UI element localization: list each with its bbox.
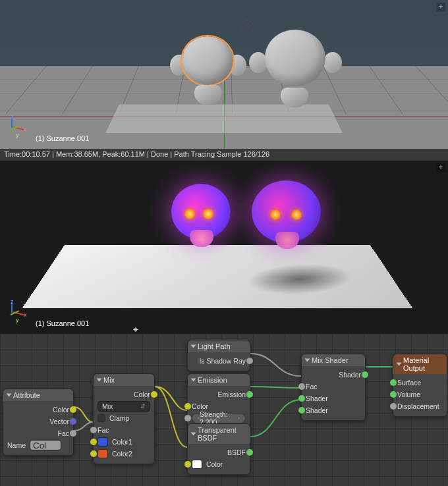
socket-in-color2[interactable] [90,450,97,457]
mouse-cursor-icon: ⌖ [133,324,138,334]
socket-out-bsdf[interactable] [246,449,253,456]
node-mix-rgb[interactable]: Mix Color Mix⇵ Clamp Fac Color1 Color2 [93,373,155,464]
collapse-icon[interactable] [7,394,12,397]
axis-gizmo: zxy [9,117,29,137]
socket-in-shader1[interactable] [298,395,305,402]
expand-toolbar-icon-render[interactable]: + [436,163,445,173]
node-header[interactable]: Attribute [3,389,73,401]
active-object-label: (1) Suzanne.001 [36,134,89,142]
node-title: Light Path [198,342,231,350]
socket-in-displacement[interactable] [390,403,397,410]
clamp-checkbox[interactable] [98,414,105,422]
socket-label: Volume [397,391,420,398]
collapse-icon[interactable] [191,379,196,382]
node-title: Attribute [13,391,40,399]
socket-label: Color1 [112,438,132,446]
node-transparent-bsdf[interactable]: Transparent BSDF BSDF Color [187,423,250,475]
render-suzanne-1 [171,184,231,240]
socket-out-is-shadow-ray[interactable] [246,358,253,364]
socket-in-color[interactable] [184,403,191,410]
render-status-bar: Time:00:10.57 | Mem:38.65M, Peak:60.11M … [0,149,448,161]
node-title: Transparent BSDF [198,426,246,442]
node-title: Material Output [403,356,443,372]
socket-out-emission[interactable] [246,391,253,398]
socket-label: Shader [306,394,328,402]
node-title: Mix Shader [312,356,349,364]
socket-label: Is Shadow Ray [199,357,246,365]
node-title: Emission [198,376,227,384]
color-swatch[interactable] [192,460,202,469]
node-material-output[interactable]: Material Output Surface Volume Displacem… [393,354,447,417]
checkbox-label: Clamp [109,414,129,422]
socket-out-color[interactable] [151,391,157,398]
socket-label: BSDF [227,448,246,456]
shadow [235,263,365,296]
strength-field[interactable]: ‹Strength: 2.200› [192,413,246,423]
viewport-3d[interactable]: zxy (1) Suzanne.001 + [0,0,448,149]
node-light-path[interactable]: Light Path Is Shadow Ray [187,340,250,371]
node-title: Mix [103,376,115,384]
socket-out-vector[interactable] [70,418,76,425]
blend-mode-select[interactable]: Mix⇵ [98,401,150,412]
render-suzanne-2 [252,180,321,243]
select-value: Mix [102,402,113,410]
node-header[interactable]: Mix Shader [302,354,365,366]
socket-label: Shader [339,371,361,379]
color1-swatch[interactable] [98,437,108,446]
node-attribute[interactable]: Attribute Color Vector Fac Name [3,389,74,456]
socket-in-color1[interactable] [90,439,97,445]
node-header[interactable]: Transparent BSDF [188,424,250,444]
socket-in-shader2[interactable] [298,407,305,414]
socket-label: Color2 [112,450,132,458]
expand-toolbar-icon[interactable]: + [436,3,445,12]
socket-out-shader[interactable] [362,371,368,378]
node-header[interactable]: Material Output [393,354,447,374]
socket-label: Color [192,402,208,410]
socket-in-fac[interactable] [90,427,97,433]
collapse-icon[interactable] [305,359,310,362]
chevron-icon: ⇵ [140,403,146,410]
field-label: Strength: [200,410,228,418]
active-object-label-render: (1) Suzanne.001 [36,319,89,327]
socket-label: Surface [397,379,421,387]
suzanne-002[interactable] [250,30,339,115]
node-header[interactable]: Emission [188,374,250,386]
socket-in-fac[interactable] [298,383,305,390]
socket-out-fac[interactable] [70,430,76,437]
socket-out-color[interactable] [70,406,76,413]
collapse-icon[interactable] [397,363,402,366]
collapse-icon[interactable] [97,379,102,382]
socket-label: Displacement [397,402,439,410]
viewport-render[interactable]: zxy (1) Suzanne.001 ⌖ + [0,161,448,334]
socket-label: Color [53,406,69,414]
socket-in-strength[interactable] [184,415,191,421]
node-header[interactable]: Mix [94,374,154,386]
socket-label: Fac [57,429,69,437]
socket-label: Fac [306,383,318,391]
node-mix-shader[interactable]: Mix Shader Shader Fac Shader Shader [301,354,366,421]
socket-label: Vector [49,418,69,425]
node-header[interactable]: Light Path [188,340,250,352]
name-label: Name [7,441,26,449]
node-editor[interactable]: Attribute Color Vector Fac Name Mix Colo… [0,334,448,486]
socket-label: Fac [98,426,109,434]
collapse-icon[interactable] [191,433,196,436]
axis-gizmo-render: zxy [9,302,29,322]
collapse-icon[interactable] [191,345,196,348]
attribute-name-field[interactable] [30,440,61,450]
suzanne-001[interactable] [171,36,244,109]
socket-in-volume[interactable] [390,391,397,398]
socket-label: Shader [306,406,328,414]
node-emission[interactable]: Emission Emission Color ‹Strength: 2.200… [187,373,250,429]
color2-swatch[interactable] [98,449,108,458]
socket-label: Color [206,460,223,468]
socket-label: Color [134,391,150,398]
socket-label: Emission [217,391,246,398]
socket-in-color[interactable] [184,461,191,468]
socket-in-surface[interactable] [390,379,397,386]
